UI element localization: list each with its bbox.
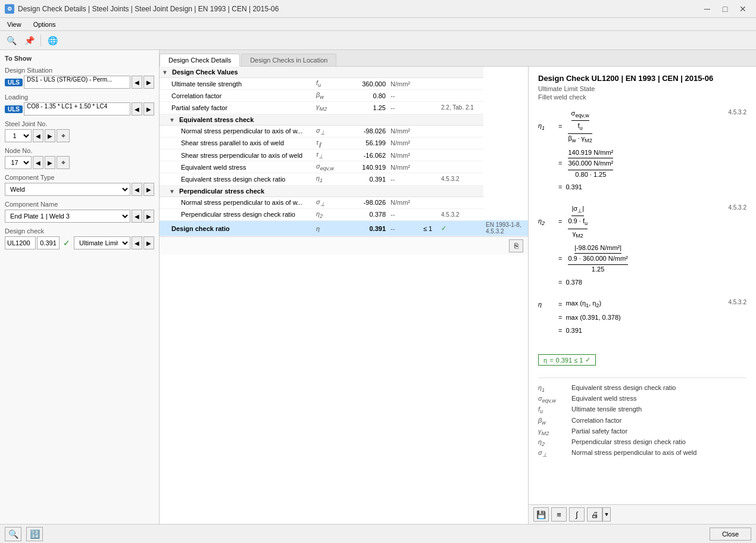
app-icon: ⚙ — [5, 4, 14, 14]
node-cursor[interactable]: ⌖ — [57, 156, 70, 169]
table-scroll[interactable]: ▼ Design Check Values Ultimate tensile s… — [160, 67, 528, 236]
eta2-result: 0.378 — [566, 278, 582, 287]
joint-prev[interactable]: ◀ — [33, 129, 43, 142]
row-ultimate-tensile[interactable]: Ultimate tensile strength fu 360.000 N/m… — [160, 78, 528, 90]
toolbar-separator — [40, 35, 41, 46]
formula-block-1: 4.5.3.2 η1 = σeqv,w fu βw · γM2 — [538, 109, 746, 192]
legend-sperp: σ⊥ Normal stress perpendicular to axis o… — [538, 449, 746, 458]
row-ref: 4.5.3.2 — [439, 208, 483, 220]
globe-toolbar-button[interactable]: 🌐 — [45, 33, 60, 48]
row-unit: N/mm² — [388, 78, 421, 90]
design-check-id[interactable]: UL1200 — [5, 236, 36, 249]
row-check — [421, 78, 439, 90]
tab-design-check-details[interactable]: Design Check Details — [160, 54, 240, 67]
menu-options[interactable]: Options — [29, 20, 61, 29]
section-perp-stress[interactable]: ▼ Perpendicular stress check — [160, 185, 528, 196]
limit-state-select[interactable]: Ultimate Limit ... — [74, 236, 130, 249]
joint-no-select[interactable]: 1 — [5, 129, 32, 142]
tab-design-checks-location[interactable]: Design Checks in Location — [241, 54, 336, 66]
row-unit: N/mm² — [388, 137, 421, 149]
loading-select[interactable]: CO8 - 1.35 * LC1 + 1.50 * LC4 — [24, 102, 130, 116]
component-type-next[interactable]: ▶ — [143, 183, 154, 196]
component-type-label: Component Type — [5, 174, 154, 181]
math-eta-line1: η = max (η1, η2) — [538, 299, 746, 310]
design-check-prev[interactable]: ◀ — [132, 236, 142, 249]
row-partial-safety[interactable]: Partial safety factor γM2 1.25 -- 2.2, T… — [160, 102, 528, 114]
node-next[interactable]: ▶ — [45, 156, 55, 169]
formula-title: Design Check UL1200 | EN 1993 | CEN | 20… — [538, 74, 746, 83]
row-normal-stress-perp2[interactable]: Normal stress perpendicular to axis of w… — [160, 196, 528, 208]
design-check-label: Design check — [5, 227, 154, 235]
row-value: -98.026 — [349, 196, 388, 208]
menu-view[interactable]: View — [2, 20, 26, 29]
section-title: Design Check Values — [172, 68, 238, 76]
joint-next[interactable]: ▶ — [45, 129, 55, 142]
joint-cursor[interactable]: ⌖ — [57, 129, 70, 142]
section-design-check-values[interactable]: ▼ Design Check Values — [160, 67, 528, 78]
status-left: 🔍 🔢 — [5, 527, 43, 541]
component-name-select[interactable]: End Plate 1 | Weld 3 — [5, 210, 130, 223]
ftb-print-button[interactable]: 🖨 — [587, 507, 602, 522]
row-equiv-check-ratio[interactable]: Equivalent stress design check ratio η1 … — [160, 173, 528, 185]
component-name-next[interactable]: ▶ — [143, 210, 154, 223]
math-eta2-result: = 0.378 — [538, 278, 746, 287]
row-symbol: τ⊥ — [314, 149, 349, 161]
row-equiv-weld-stress[interactable]: Equivalent weld stress σeqv,w 140.919 N/… — [160, 161, 528, 173]
left-panel: To Show Design Situation ULS DS1 - ULS (… — [0, 50, 160, 524]
joint-no-label: Steel Joint No. — [5, 120, 154, 127]
design-situation-prev[interactable]: ◀ — [132, 76, 142, 89]
row-ref: 4.5.3.2 — [439, 173, 483, 185]
row-shear-parallel[interactable]: Shear stress parallel to axis of weld τ∥… — [160, 137, 528, 149]
ftb-formula-button[interactable]: ∫ — [569, 507, 585, 522]
design-check-ratio[interactable]: 0.391 — [37, 236, 60, 249]
loading-prev[interactable]: ◀ — [132, 102, 142, 116]
row-shear-perp[interactable]: Shear stress perpendicular to axis of we… — [160, 149, 528, 161]
ftb-save-button[interactable]: 💾 — [533, 507, 549, 522]
row-correlation-factor[interactable]: Correlation factor βw 0.80 -- — [160, 90, 528, 102]
legend-section: η1 Equivalent stress design check ratio … — [538, 377, 746, 458]
section-equiv-stress[interactable]: ▼ Equivalent stress check — [160, 114, 528, 125]
formula-panel: Design Check UL1200 | EN 1993 | CEN | 20… — [529, 67, 756, 504]
design-check-table: ▼ Design Check Values Ultimate tensile s… — [160, 67, 528, 236]
frac1-num: σeqv,w — [571, 109, 589, 121]
design-situation-next[interactable]: ▶ — [143, 76, 154, 89]
status-search-button[interactable]: 🔍 — [5, 527, 21, 541]
maximize-button[interactable]: □ — [717, 3, 733, 15]
ftb-print-dropdown[interactable]: 🖨 ▼ — [587, 507, 611, 522]
component-name-prev[interactable]: ◀ — [132, 210, 142, 223]
component-type-select[interactable]: Weld — [5, 183, 130, 196]
node-prev[interactable]: ◀ — [33, 156, 43, 169]
row-ref — [439, 125, 483, 137]
row-symbol: fu — [314, 78, 349, 90]
frac2-num: 140.919 N/mm² — [568, 148, 613, 158]
formula-block-2: 4.5.3.2 η2 = |σ⊥| 0.9 · fu γM2 — [538, 204, 746, 288]
row-unit: N/mm² — [388, 196, 421, 208]
row-check — [421, 137, 439, 149]
close-button[interactable]: Close — [710, 528, 751, 541]
row-symbol: η2 — [314, 208, 349, 220]
copy-table-button[interactable]: ⎘ — [509, 239, 523, 252]
search-toolbar-button[interactable]: 🔍 — [4, 33, 19, 48]
row-check — [421, 208, 439, 220]
row-symbol: σeqv,w — [314, 161, 349, 173]
formula-subtitle2: Fillet weld check — [538, 93, 746, 101]
row-design-check-ratio[interactable]: Design check ratio η 0.391 -- ≤ 1 ✓ EN 1… — [160, 220, 528, 236]
window-close-button[interactable]: ✕ — [735, 3, 751, 15]
to-show-label: To Show — [5, 55, 154, 62]
node-no-select[interactable]: 17 — [5, 156, 32, 169]
ftb-list-button[interactable]: ≡ — [551, 507, 567, 522]
status-calc-button[interactable]: 🔢 — [26, 527, 43, 541]
eq8: = — [558, 313, 562, 322]
component-type-prev[interactable]: ◀ — [132, 183, 142, 196]
minimize-button[interactable]: ─ — [699, 3, 716, 15]
row-perp-check-ratio[interactable]: Perpendicular stress design check ratio … — [160, 208, 528, 220]
pin-toolbar-button[interactable]: 📌 — [21, 33, 37, 48]
loading-next[interactable]: ▶ — [143, 102, 154, 116]
legend-eta1: η1 Equivalent stress design check ratio — [538, 384, 746, 393]
row-normal-stress-perp[interactable]: Normal stress perpendicular to axis of w… — [160, 125, 528, 137]
design-situation-select[interactable]: DS1 - ULS (STR/GEO) - Perm... — [24, 76, 130, 89]
row-check — [421, 90, 439, 102]
ftb-print-arrow[interactable]: ▼ — [602, 507, 611, 522]
legend-fu: fu Ultimate tensile strength — [538, 405, 746, 414]
design-check-next[interactable]: ▶ — [143, 236, 154, 249]
